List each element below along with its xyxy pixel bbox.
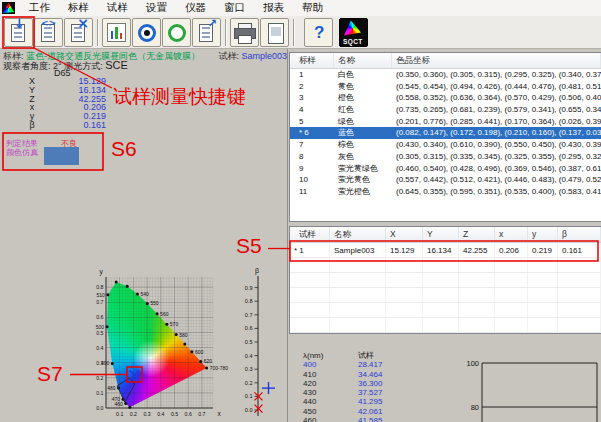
svg-text:0.7: 0.7 bbox=[198, 411, 205, 417]
empty-cell bbox=[423, 288, 459, 303]
table-row[interactable]: 11萤光橙色(0.645, 0.355), (0.595, 0.351), (0… bbox=[290, 186, 601, 198]
table-row[interactable]: * 6蓝色(0.082, 0.147), (0.172, 0.198), (0.… bbox=[290, 127, 601, 139]
sample-column-header: 试样 bbox=[358, 351, 382, 360]
sample-name: Sample003 bbox=[242, 51, 288, 61]
table-row[interactable]: 3橙色(0.558, 0.352), (0.636, 0.364), (0.57… bbox=[290, 92, 601, 104]
help-button[interactable]: ? bbox=[304, 18, 333, 47]
color-simulation-swatch bbox=[44, 147, 79, 165]
table-row[interactable]: * 1Sample00315.12916.13442.2550.2060.219… bbox=[290, 243, 601, 258]
tristimulus-panel: X15.129Y16.134Z42.255x0.206y0.219β0.161 bbox=[24, 77, 106, 130]
standard-coords-cell: (0.082, 0.147), (0.172, 0.198), (0.210, … bbox=[392, 127, 601, 139]
svg-text:580: 580 bbox=[179, 332, 188, 338]
table-row[interactable]: 9萤光黄绿色(0.460, 0.540), (0.428, 0.496), (0… bbox=[290, 163, 601, 175]
svg-text:0.1: 0.1 bbox=[96, 390, 103, 396]
table-row[interactable]: 10萤光黄色(0.557, 0.442), (0.512, 0.421), (0… bbox=[290, 174, 601, 186]
menu-item-8[interactable]: 帮助 bbox=[293, 0, 332, 14]
table-row[interactable]: 4红色(0.735, 0.265), (0.681, 0.239), (0.57… bbox=[290, 104, 601, 116]
svg-text:0.5: 0.5 bbox=[245, 339, 253, 345]
edit-sample-button[interactable]: <> bbox=[34, 18, 63, 47]
delete-sample-button[interactable]: × bbox=[64, 18, 93, 47]
measure-sample-button[interactable]: ↓ bbox=[4, 18, 33, 47]
toolbar: ↓<>×↗?SQCT bbox=[0, 16, 601, 49]
svg-text:x: x bbox=[217, 410, 221, 417]
tristimulus-key: β bbox=[24, 121, 40, 130]
standard-coords-cell: (0.201, 0.776), (0.285, 0.441), (0.170, … bbox=[392, 116, 601, 128]
standard-id-cell: 11 bbox=[290, 186, 334, 198]
standards-table: 标样名称色品坐标 1白色(0.350, 0.360), (0.305, 0.31… bbox=[289, 52, 601, 222]
svg-text:700-780: 700-780 bbox=[210, 365, 229, 371]
empty-cell bbox=[290, 288, 330, 303]
svg-text:0.9: 0.9 bbox=[245, 285, 253, 291]
toolbar-separator bbox=[225, 19, 227, 46]
empty-cell bbox=[459, 303, 495, 318]
print-preview-icon bbox=[268, 23, 284, 44]
svg-text:550: 550 bbox=[150, 300, 159, 306]
table-row[interactable]: 7棕色(0.430, 0.340), (0.610, 0.390), (0.55… bbox=[290, 139, 601, 151]
print-preview-button[interactable] bbox=[260, 18, 289, 47]
menu-item-5[interactable]: 仪器 bbox=[176, 0, 215, 14]
menu-item-1[interactable]: 工作 bbox=[20, 0, 59, 14]
menu-item-7[interactable]: 报表 bbox=[254, 0, 293, 14]
observer-angle: 观察者角度: 2° bbox=[3, 61, 62, 71]
table-row[interactable]: 1白色(0.350, 0.360), (0.305, 0.315), (0.29… bbox=[290, 69, 601, 81]
svg-text:0.2: 0.2 bbox=[130, 411, 137, 417]
black-calibration-icon bbox=[138, 24, 156, 42]
white-calibration-button[interactable] bbox=[162, 18, 191, 47]
svg-text:490: 490 bbox=[101, 360, 110, 366]
svg-text:0.8: 0.8 bbox=[96, 284, 103, 290]
standards-table-header: 标样名称色品坐标 bbox=[290, 53, 601, 69]
samples-header-cell: 试样 bbox=[290, 227, 330, 242]
cie-gamut-fill bbox=[106, 276, 210, 410]
empty-cell bbox=[330, 288, 386, 303]
svg-text:470: 470 bbox=[112, 396, 121, 402]
table-row[interactable]: 2黄色(0.545, 0.454), (0.494, 0.426), (0.44… bbox=[290, 81, 601, 93]
panel-divider bbox=[287, 49, 288, 422]
table-row[interactable]: 8灰色(0.305, 0.315), (0.335, 0.345), (0.32… bbox=[290, 151, 601, 163]
table-row[interactable]: 5绿色(0.201, 0.776), (0.285, 0.441), (0.17… bbox=[290, 116, 601, 128]
standards-header-cell: 标样 bbox=[290, 53, 334, 68]
empty-cell bbox=[495, 303, 528, 318]
empty-cell bbox=[495, 288, 528, 303]
menu-item-3[interactable]: 试样 bbox=[98, 0, 137, 14]
menu-item-4[interactable]: 设置 bbox=[137, 0, 176, 14]
standards-header-cell: 名称 bbox=[334, 53, 392, 68]
delete-x-icon: × bbox=[77, 16, 89, 30]
empty-cell bbox=[423, 303, 459, 318]
empty-cell bbox=[558, 273, 601, 288]
standard-coords-cell: (0.460, 0.540), (0.428, 0.496), (0.369, … bbox=[392, 163, 601, 175]
svg-text:0.4: 0.4 bbox=[157, 411, 164, 417]
empty-cell bbox=[528, 258, 558, 273]
empty-cell bbox=[330, 303, 386, 318]
samples-table-header: 试样名称XYZxyβ bbox=[290, 227, 601, 243]
angle-brackets-icon: <> bbox=[41, 19, 56, 28]
chart-view-button[interactable] bbox=[102, 18, 131, 47]
empty-table-row bbox=[290, 258, 601, 273]
empty-cell bbox=[459, 288, 495, 303]
svg-text:0.0: 0.0 bbox=[96, 405, 103, 411]
sample-cell: 16.134 bbox=[423, 243, 459, 258]
empty-cell bbox=[459, 258, 495, 273]
standard-id-cell: 3 bbox=[290, 92, 334, 104]
sample-cell: 15.129 bbox=[386, 243, 423, 258]
print-button[interactable] bbox=[230, 18, 259, 47]
samples-table-body: * 1Sample00315.12916.13442.2550.2060.219… bbox=[290, 243, 601, 333]
sqct-button[interactable]: SQCT bbox=[339, 18, 368, 47]
menu-item-6[interactable]: 窗口 bbox=[215, 0, 254, 14]
sample-cell: Sample003 bbox=[330, 243, 386, 258]
spectral-row: 46041.585 bbox=[303, 416, 382, 422]
menu-items: 工作标样试样设置仪器窗口报表帮助 bbox=[20, 1, 332, 15]
tristimulus-value: 0.161 bbox=[40, 121, 106, 130]
samples-header-cell: Y bbox=[423, 227, 459, 242]
standard-id-cell: 5 bbox=[290, 116, 334, 128]
measure-mode-value: SCE bbox=[105, 59, 128, 71]
export-button[interactable]: ↗ bbox=[192, 18, 221, 47]
bar-chart-icon bbox=[107, 23, 126, 42]
empty-cell bbox=[558, 318, 601, 333]
standard-id-cell: 9 bbox=[290, 163, 334, 175]
black-calibration-button[interactable] bbox=[132, 18, 161, 47]
empty-cell bbox=[528, 273, 558, 288]
menu-item-2[interactable]: 标样 bbox=[59, 0, 98, 14]
wavelength-value: 420 bbox=[303, 379, 358, 388]
toolbar-separator bbox=[97, 19, 99, 46]
svg-text:560: 560 bbox=[160, 311, 169, 317]
